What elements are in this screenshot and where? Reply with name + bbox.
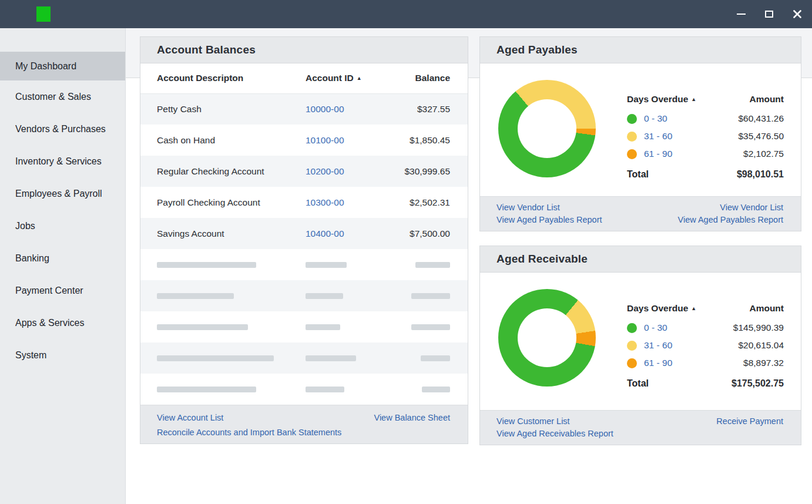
view-aged-receivables-report-link[interactable]: View Aged Receivables Report [496,429,613,438]
days-overdue-header[interactable]: Days Overdue▲ [627,303,696,314]
account-id-link[interactable]: 10400-00 [306,229,344,238]
legend-dot-61-90 [627,149,637,159]
sort-arrow-icon: ▲ [691,305,696,311]
legend-amount: $8,897.32 [743,358,784,368]
view-customer-list-link[interactable]: View Customer List [496,416,570,426]
view-balance-sheet-link[interactable]: View Balance Sheet [374,413,450,422]
total-amount: $98,010.51 [737,169,784,180]
receive-payment-link[interactable]: Receive Payment [716,416,783,426]
maximize-icon [765,11,773,18]
column-header-account-id[interactable]: Account ID▲ [306,63,376,93]
legend-row-31-60: 31 - 60 $20,615.04 [627,337,784,354]
legend-amount: $60,431.26 [738,113,784,124]
table-row: Savings Account 10400-00 $7,500.00 [140,218,468,249]
sidebar-item-vendors-purchases[interactable]: Vendors & Purchases [0,113,125,145]
legend-dot-0-30 [627,114,637,124]
view-aged-payables-report-link[interactable]: View Aged Payables Report [496,215,602,224]
legend-link-61-90[interactable]: 61 - 90 [644,358,672,368]
sort-arrow-icon: ▲ [691,96,696,102]
legend-link-31-60[interactable]: 31 - 60 [644,131,672,142]
sidebar-item-jobs[interactable]: Jobs [0,210,125,242]
aged-receivable-donut-chart [498,289,596,387]
legend-link-0-30[interactable]: 0 - 30 [644,322,667,333]
aged-receivable-footer: View Customer List Receive Payment View … [480,410,801,445]
view-account-list-link[interactable]: View Account List [157,413,223,422]
skeleton-row [140,342,468,374]
days-overdue-header[interactable]: Days Overdue▲ [627,94,696,105]
sort-arrow-icon: ▲ [357,75,362,81]
amount-header[interactable]: Amount [749,94,784,105]
table-header-row: Account Descripton Account ID▲ Balance [140,63,468,93]
sidebar-nav: My Dashboard Customer & Sales Vendors & … [0,28,126,504]
legend-amount: $35,476.50 [738,131,784,142]
account-balances-footer: View Account List View Balance Sheet Rec… [140,405,468,443]
table-row: Payroll Checking Account 10300-00 $2,502… [140,187,468,218]
account-id-link[interactable]: 10100-00 [306,135,344,145]
table-row: Cash on Hand 10100-00 $1,850.45 [140,125,468,156]
legend-dot-61-90 [627,358,637,368]
app-window: My Dashboard Customer & Sales Vendors & … [0,0,812,504]
legend-total-row: Total $98,010.51 [627,166,784,183]
titlebar [0,0,812,28]
sidebar-item-banking[interactable]: Banking [0,242,125,274]
account-description: Payroll Checking Account [140,187,306,218]
panel-title: Aged Receivable [496,253,588,266]
aged-payables-body: Days Overdue▲ Amount 0 - 30 $60,431.26 3… [480,63,801,196]
legend-total-row: Total $175,502.75 [627,375,784,392]
aged-payables-donut-chart [498,80,596,177]
aged-receivable-panel: Aged Receivable Days Overdue▲ Amount 0 -… [479,246,801,445]
legend-row-31-60: 31 - 60 $35,476.50 [627,127,784,145]
skeleton-row [140,374,468,405]
legend-row-61-90: 61 - 90 $2,102.75 [627,145,784,163]
sidebar-item-employees-payroll[interactable]: Employees & Payroll [0,177,125,210]
sidebar-item-system[interactable]: System [0,339,125,371]
view-vendor-list-link[interactable]: View Vendor List [496,203,560,212]
legend-row-0-30: 0 - 30 $60,431.26 [627,110,784,127]
account-description: Petty Cash [140,93,306,125]
account-id-link[interactable]: 10300-00 [306,197,344,207]
donut-hole [518,308,576,367]
maximize-button[interactable] [761,6,777,22]
legend-dot-31-60 [627,132,637,142]
amount-header[interactable]: Amount [749,303,784,314]
legend-link-31-60[interactable]: 31 - 60 [644,340,672,351]
total-label: Total [627,169,649,180]
reconcile-accounts-link[interactable]: Reconcile Accounts and Import Bank State… [157,428,341,437]
legend-link-61-90[interactable]: 61 - 90 [644,149,672,159]
account-balances-header: Account Balances [140,37,468,63]
sidebar-item-apps-services[interactable]: Apps & Services [0,307,125,339]
sidebar-item-customer-sales[interactable]: Customer & Sales [0,80,125,113]
account-balance: $30,999.65 [376,156,468,187]
legend-amount: $20,615.04 [738,340,784,351]
account-id-link[interactable]: 10200-00 [306,166,344,176]
account-balances-table: Account Descripton Account ID▲ Balance P… [140,63,468,405]
aged-payables-header: Aged Payables [480,37,801,63]
account-balance: $7,500.00 [376,218,468,249]
legend-row-0-30: 0 - 30 $145,990.39 [627,319,784,337]
legend-dot-0-30 [627,323,637,333]
account-description: Regular Checking Account [140,156,306,187]
skeleton-row [140,249,468,280]
legend-amount: $145,990.39 [733,322,784,333]
account-description: Savings Account [140,218,306,249]
column-header-balance[interactable]: Balance [376,63,468,93]
account-balance: $327.55 [376,93,468,125]
sidebar-item-my-dashboard[interactable]: My Dashboard [0,52,125,80]
aged-payables-panel: Aged Payables Days Overdue▲ Amount 0 - 3… [479,36,801,231]
minimize-icon [737,14,746,15]
close-button[interactable] [790,6,805,22]
account-id-link[interactable]: 10000-00 [306,104,344,114]
view-vendor-list-link[interactable]: View Vendor List [720,203,783,212]
sidebar-item-inventory-services[interactable]: Inventory & Services [0,145,125,177]
legend-amount: $2,102.75 [743,149,784,159]
minimize-button[interactable] [733,6,749,22]
view-aged-payables-report-link[interactable]: View Aged Payables Report [678,215,784,224]
window-controls [733,0,805,28]
column-header-description[interactable]: Account Descripton [140,63,306,93]
skeleton-row [140,311,468,342]
sidebar-item-payment-center[interactable]: Payment Center [0,274,125,307]
close-icon [793,10,801,18]
legend-row-61-90: 61 - 90 $8,897.32 [627,354,784,372]
legend-link-0-30[interactable]: 0 - 30 [644,113,667,124]
panel-title: Account Balances [157,43,256,56]
